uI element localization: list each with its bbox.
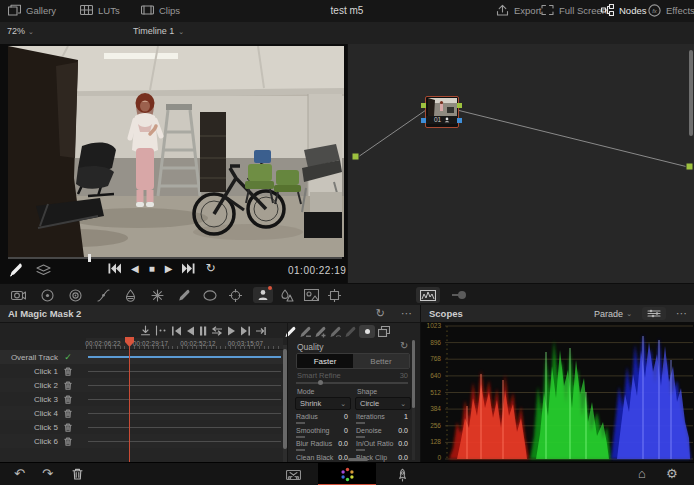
track-to-end-button[interactable]	[240, 326, 251, 336]
param-slider[interactable]	[356, 422, 365, 424]
click-track-line[interactable]	[88, 399, 281, 400]
click-track-line[interactable]	[88, 441, 281, 442]
quality-reset-icon[interactable]: ↻	[400, 340, 408, 351]
waveform-parade[interactable]: 1023 896 768 640 512 384 256 128 0	[421, 322, 694, 462]
eraser-pen-icon[interactable]	[344, 326, 356, 338]
nodes-button[interactable]: Nodes	[601, 4, 646, 16]
home-button[interactable]: ⌂	[638, 467, 646, 480]
settings-scrollbar-thumb[interactable]	[412, 340, 415, 408]
subtract-detail-pen-icon[interactable]	[329, 326, 341, 338]
param-slider[interactable]	[296, 422, 305, 424]
curves-icon[interactable]	[97, 289, 110, 302]
magic-mask-reset-icon[interactable]: ↻	[376, 307, 385, 320]
smart-refine-slider-thumb[interactable]	[318, 380, 323, 385]
power-windows-icon[interactable]	[203, 290, 217, 301]
delete-track-icon[interactable]	[58, 423, 78, 432]
timeline-select[interactable]: Timeline 1 ⌄	[133, 26, 184, 36]
qualifier-eyedropper-icon[interactable]	[177, 289, 190, 302]
param-value[interactable]: 0.0	[326, 454, 348, 461]
add-detail-pen-icon[interactable]	[314, 326, 326, 338]
param-value[interactable]: 0.0	[386, 454, 408, 461]
lightbox-toggle-icon[interactable]	[452, 290, 468, 300]
camera-raw-icon[interactable]	[11, 289, 26, 301]
quality-better-button[interactable]: Better	[353, 354, 409, 368]
step-forward-button[interactable]	[227, 326, 236, 336]
play-reverse-button[interactable]: ◀	[131, 263, 139, 274]
track-row-click2[interactable]: Click 2	[0, 378, 283, 393]
color-page-tab[interactable]	[318, 463, 376, 485]
scopes-toggle-button[interactable]	[416, 287, 440, 303]
param-value[interactable]: 0	[326, 427, 348, 434]
settings-gear-button[interactable]: ⚙	[666, 467, 678, 480]
param-value[interactable]: 0	[326, 413, 348, 420]
color-warper-icon[interactable]	[124, 289, 137, 302]
track-row-overall[interactable]: Overall Track ✓	[0, 350, 283, 365]
mask-playhead-line[interactable]	[129, 347, 131, 462]
pause-tracking-button[interactable]	[199, 326, 207, 336]
scope-mode-dropdown[interactable]: Parade ⌄	[594, 309, 632, 319]
sizing-icon[interactable]	[328, 289, 341, 302]
corrector-node-01[interactable]: 01	[425, 96, 459, 128]
loop-playback-button[interactable]: ↻	[205, 263, 215, 274]
mode-dropdown[interactable]: Shrink ⌄	[295, 397, 351, 410]
scope-settings-button[interactable]	[642, 307, 666, 320]
node-graph[interactable]: 01	[347, 44, 694, 283]
wireframe-overlay-icon[interactable]	[36, 264, 51, 276]
param-value[interactable]: 0.0	[386, 427, 408, 434]
undo-button[interactable]: ↶	[14, 467, 25, 480]
delete-track-icon[interactable]	[58, 367, 78, 376]
play-button[interactable]: ▶	[165, 263, 173, 274]
click-track-line[interactable]	[88, 371, 281, 372]
primaries-wheels-icon[interactable]	[41, 289, 54, 302]
jump-to-end-icon[interactable]	[255, 326, 266, 336]
duplicate-mask-icon[interactable]	[378, 326, 390, 337]
quality-faster-button[interactable]: Faster	[297, 354, 353, 368]
viewer-scrubber[interactable]	[8, 257, 342, 259]
node-output-key[interactable]	[457, 118, 462, 123]
click-track-line[interactable]	[88, 427, 281, 428]
add-stroke-pen-icon[interactable]	[284, 326, 296, 338]
click-track-line[interactable]	[88, 413, 281, 414]
mask-overlay-toggle[interactable]	[359, 325, 375, 338]
param-slider[interactable]	[356, 436, 365, 438]
param-slider[interactable]	[296, 436, 305, 438]
node-output-rgb[interactable]	[457, 103, 462, 108]
video-frame[interactable]	[8, 46, 344, 257]
click-track-line[interactable]	[88, 385, 281, 386]
shape-dropdown[interactable]: Circle ⌄	[355, 397, 411, 410]
full-screen-button[interactable]: Full Screen	[541, 4, 607, 16]
mask-timeline-ruler[interactable]: 00:02:06:22 00:02:29:17 00:02:52:12 00:0…	[86, 338, 283, 350]
track-row-click6[interactable]: Click 6	[0, 434, 283, 449]
gallery-button[interactable]: Gallery	[8, 4, 56, 16]
param-slider[interactable]	[356, 449, 365, 451]
effects-button[interactable]: fx Effects	[648, 4, 694, 17]
track-to-start-button[interactable]	[171, 326, 182, 336]
delete-track-icon[interactable]	[58, 437, 78, 446]
track-row-click1[interactable]: Click 1	[0, 364, 283, 379]
clips-button[interactable]: Clips	[141, 4, 180, 16]
redo-button[interactable]: ↷	[42, 467, 53, 480]
remove-stroke-pen-icon[interactable]	[299, 326, 311, 338]
delete-track-icon[interactable]	[58, 381, 78, 390]
set-point-icon[interactable]	[140, 325, 151, 336]
track-row-click3[interactable]: Click 3	[0, 392, 283, 407]
delete-track-icon[interactable]	[58, 409, 78, 418]
stop-button[interactable]: ■	[149, 263, 155, 274]
settings-hscrollbar-thumb[interactable]	[348, 458, 368, 461]
node-input-rgb[interactable]	[421, 103, 426, 108]
track-enabled-check-icon[interactable]: ✓	[58, 352, 78, 362]
viewer-playhead[interactable]	[88, 254, 91, 262]
smart-refine-slider[interactable]	[296, 382, 408, 384]
param-slider[interactable]	[296, 449, 305, 451]
track-bidirectional-button[interactable]	[211, 326, 223, 336]
param-value[interactable]: 0.0	[386, 440, 408, 447]
delete-button[interactable]	[72, 468, 83, 480]
keyer-icon[interactable]	[304, 289, 319, 301]
tracker-icon[interactable]	[229, 289, 242, 302]
step-back-button[interactable]	[186, 326, 195, 336]
skip-start-button[interactable]	[108, 263, 121, 274]
export-button[interactable]: Export	[496, 4, 541, 17]
hdr-grade-icon[interactable]	[69, 289, 82, 302]
delete-track-icon[interactable]	[58, 395, 78, 404]
motion-effects-icon[interactable]	[151, 289, 164, 302]
